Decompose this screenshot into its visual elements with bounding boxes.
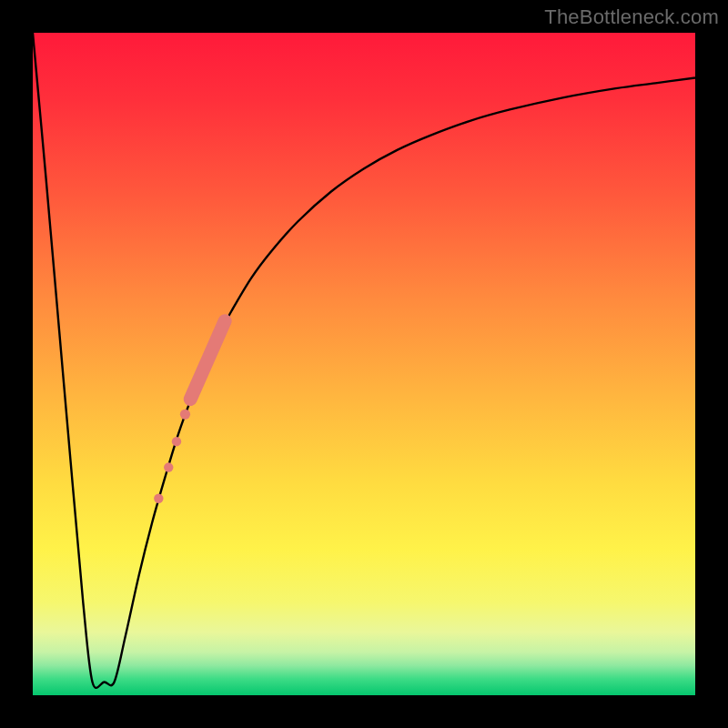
data-point bbox=[172, 437, 181, 446]
data-point bbox=[154, 494, 163, 503]
bottleneck-plot bbox=[33, 33, 695, 695]
gradient-background bbox=[33, 33, 695, 695]
data-point bbox=[180, 410, 190, 420]
data-point bbox=[164, 462, 173, 471]
watermark-text: TheBottleneck.com bbox=[544, 5, 719, 29]
chart-frame: TheBottleneck.com bbox=[0, 0, 728, 728]
